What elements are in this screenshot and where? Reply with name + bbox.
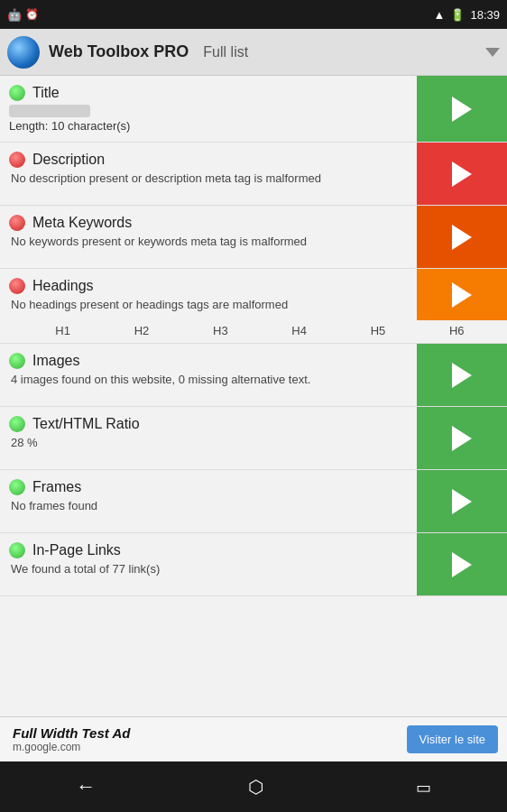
status-dot-frames — [9, 479, 25, 495]
main-content: Title Length: 10 character(s) Descriptio… — [0, 76, 507, 716]
tool-headings-header: Headings — [9, 278, 406, 294]
action-btn-text-html[interactable] — [417, 407, 507, 469]
status-dot-images — [9, 353, 25, 369]
status-bar-right: ▲ 🔋 18:39 — [434, 8, 500, 22]
action-btn-meta-keywords[interactable] — [417, 206, 507, 268]
tool-row-headings-content: Headings No headings present or headings… — [0, 269, 417, 320]
tool-name-headings: Headings — [32, 278, 94, 294]
tool-meta-title: Length: 10 character(s) — [9, 119, 406, 133]
play-icon — [452, 363, 472, 388]
tool-title-header: Title — [9, 85, 406, 101]
status-dot-description — [9, 152, 25, 168]
ad-banner: Full Width Test Ad m.google.com Visiter … — [0, 716, 507, 761]
recents-icon[interactable] — [416, 775, 431, 798]
play-icon — [452, 489, 472, 514]
heading-h2-label: H2 — [102, 324, 180, 337]
time-display: 18:39 — [470, 8, 500, 22]
heading-h6-label: H6 — [418, 324, 496, 337]
tool-name-images: Images — [32, 353, 79, 369]
battery-icon: 🔋 — [450, 8, 465, 22]
back-icon[interactable] — [76, 775, 96, 798]
tool-frames-header: Frames — [9, 479, 406, 495]
tool-desc-meta-keywords: No keywords present or keywords meta tag… — [9, 235, 406, 248]
tool-meta-keywords-header: Meta Keywords — [9, 215, 406, 231]
android-icon: 🤖 — [7, 8, 22, 22]
tool-desc-description: No description present or description me… — [9, 171, 406, 185]
tool-row-title: Title Length: 10 character(s) — [0, 76, 507, 143]
tool-desc-text-html: 28 % — [9, 436, 406, 449]
status-dot-text-html — [9, 416, 25, 432]
tool-row-in-page-links-content: In-Page Links We found a total of 77 lin… — [0, 533, 417, 595]
tool-row-images: Images 4 images found on this website, 0… — [0, 344, 507, 407]
status-dot-headings — [9, 278, 25, 294]
tool-name-in-page-links: In-Page Links — [32, 542, 121, 558]
play-icon — [452, 282, 472, 308]
heading-h1-label: H1 — [23, 324, 102, 337]
chevron-down-icon — [485, 48, 500, 57]
header-subtitle: Full list — [203, 44, 248, 60]
home-icon[interactable] — [248, 775, 263, 798]
tool-name-frames: Frames — [32, 479, 81, 495]
tool-row-description: Description No description present or de… — [0, 143, 507, 206]
tool-name-title: Title — [32, 85, 60, 101]
tool-desc-headings: No headings present or headings tags are… — [9, 298, 406, 311]
play-icon — [452, 161, 472, 187]
ad-text-block: Full Width Test Ad m.google.com — [13, 725, 130, 753]
visit-site-button[interactable]: Visiter le site — [407, 725, 498, 753]
tool-row-title-content: Title Length: 10 character(s) — [0, 76, 417, 142]
play-icon — [452, 426, 472, 451]
tool-images-header: Images — [9, 353, 406, 369]
wifi-icon: ▲ — [434, 8, 446, 22]
action-btn-headings[interactable] — [417, 269, 507, 320]
tool-name-description: Description — [32, 152, 105, 168]
headings-labels-row: H1 H2 H3 H4 H5 H6 — [0, 320, 507, 343]
heading-h4-label: H4 — [260, 324, 338, 337]
tool-row-frames: Frames No frames found — [0, 470, 507, 533]
tool-name-meta-keywords: Meta Keywords — [32, 215, 132, 231]
action-btn-images[interactable] — [417, 344, 507, 406]
tool-row-in-page-links: In-Page Links We found a total of 77 lin… — [0, 533, 507, 596]
status-dot-title — [9, 85, 25, 101]
tool-desc-in-page-links: We found a total of 77 link(s) — [9, 562, 406, 576]
heading-h3-label: H3 — [181, 324, 260, 337]
status-bar-left: 🤖 ⏰ — [7, 8, 39, 22]
action-btn-frames[interactable] — [417, 470, 507, 532]
tool-description-header: Description — [9, 152, 406, 168]
tool-text-html-header: Text/HTML Ratio — [9, 416, 406, 432]
tool-row-description-content: Description No description present or de… — [0, 143, 417, 205]
app-header: Web Toolbox PRO Full list — [0, 29, 507, 76]
play-icon — [452, 225, 472, 250]
status-dot-in-page-links — [9, 542, 25, 558]
alarm-icon: ⏰ — [25, 8, 39, 21]
tool-row-text-html-ratio: Text/HTML Ratio 28 % — [0, 407, 507, 470]
tool-row-headings: Headings No headings present or headings… — [0, 269, 507, 344]
tool-row-meta-keywords: Meta Keywords No keywords present or key… — [0, 206, 507, 269]
url-blurred — [9, 105, 90, 117]
play-icon — [452, 552, 472, 577]
action-btn-title[interactable] — [417, 76, 507, 142]
status-bar: 🤖 ⏰ ▲ 🔋 18:39 — [0, 0, 507, 29]
status-dot-meta-keywords — [9, 215, 25, 231]
heading-h5-label: H5 — [338, 324, 417, 337]
ad-title: Full Width Test Ad — [13, 725, 130, 741]
tool-row-images-content: Images 4 images found on this website, 0… — [0, 344, 417, 406]
app-title: Web Toolbox PRO — [49, 42, 189, 61]
tool-row-frames-content: Frames No frames found — [0, 470, 417, 532]
play-icon — [452, 97, 472, 122]
ad-url: m.google.com — [13, 741, 130, 753]
tool-in-page-links-header: In-Page Links — [9, 542, 406, 558]
app-logo-globe — [7, 36, 40, 69]
tool-name-text-html: Text/HTML Ratio — [32, 416, 140, 432]
action-btn-in-page-links[interactable] — [417, 533, 507, 595]
nav-bar — [0, 761, 507, 812]
action-btn-description[interactable] — [417, 143, 507, 205]
tool-desc-images: 4 images found on this website, 0 missin… — [9, 373, 406, 386]
tool-desc-frames: No frames found — [9, 499, 406, 512]
tool-row-headings-inner: Headings No headings present or headings… — [0, 269, 507, 320]
tool-row-meta-keywords-content: Meta Keywords No keywords present or key… — [0, 206, 417, 268]
tool-row-text-html-ratio-content: Text/HTML Ratio 28 % — [0, 407, 417, 469]
